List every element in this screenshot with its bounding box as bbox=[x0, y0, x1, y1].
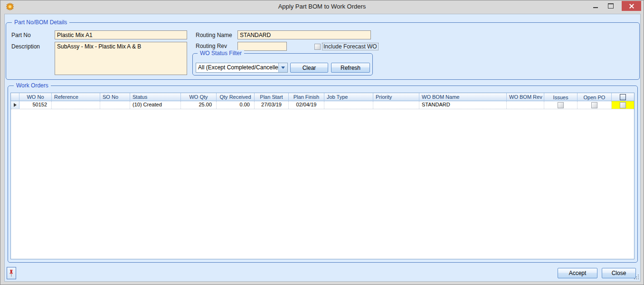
cell-wo-bom-rev bbox=[507, 101, 544, 109]
minimize-icon bbox=[593, 7, 598, 8]
open-po-checkbox[interactable] bbox=[591, 102, 597, 108]
cell-wo-qty: 25.00 bbox=[181, 101, 217, 109]
select-all-checkbox[interactable] bbox=[620, 94, 626, 100]
cell-wo-no: 50152 bbox=[19, 101, 52, 109]
description-label: Description bbox=[11, 43, 40, 50]
cell-job-type bbox=[324, 101, 373, 109]
include-forecast-control: Include Forecast WO bbox=[314, 43, 379, 50]
routing-name-label: Routing Name bbox=[196, 32, 232, 38]
dialog-content: Part No/BOM Details Part No Plastic Mix … bbox=[4, 14, 641, 282]
cell-issues bbox=[544, 101, 578, 109]
maximize-icon bbox=[608, 3, 614, 9]
col-header-so-no[interactable]: SO No bbox=[100, 93, 130, 101]
chevron-down-icon[interactable] bbox=[278, 63, 287, 72]
col-header-plan-start[interactable]: Plan Start bbox=[255, 93, 289, 101]
cell-qty-received: 0.00 bbox=[217, 101, 255, 109]
wo-status-filter-label: WO Status Filter bbox=[198, 50, 244, 57]
routing-name-input[interactable]: STANDARD bbox=[237, 30, 371, 39]
cell-wo-bom-name: STANDARD bbox=[419, 101, 507, 109]
wo-status-dropdown[interactable]: All (Except Completed/Cancelled) bbox=[196, 63, 288, 73]
window-title: Apply Part BOM to Work Orders bbox=[1, 0, 643, 13]
col-header-priority[interactable]: Priority bbox=[373, 93, 419, 101]
cell-select bbox=[612, 101, 634, 109]
wo-status-filter-group: WO Status Filter All (Except Completed/C… bbox=[192, 53, 373, 76]
close-dialog-button[interactable]: Close bbox=[602, 268, 636, 278]
grid-header-row: WO No Reference SO No Status WO Qty Qty … bbox=[11, 93, 634, 101]
cell-so-no bbox=[100, 101, 130, 109]
work-orders-group-label: Work Orders bbox=[14, 82, 51, 89]
cell-plan-finish: 02/04/19 bbox=[289, 101, 324, 109]
wo-status-dropdown-value: All (Except Completed/Cancelled) bbox=[198, 64, 283, 71]
title-bar: Apply Part BOM to Work Orders bbox=[1, 0, 643, 13]
table-row[interactable]: 50152 (10) Created 25.00 0.00 27/03/19 0… bbox=[11, 101, 634, 109]
accept-button[interactable]: Accept bbox=[558, 268, 597, 278]
col-header-job-type[interactable]: Job Type bbox=[324, 93, 373, 101]
row-indicator-header bbox=[11, 93, 19, 101]
pin-button[interactable] bbox=[7, 267, 16, 279]
col-header-issues[interactable]: Issues bbox=[544, 93, 578, 101]
dialog-window: Apply Part BOM to Work Orders Part No/BO… bbox=[0, 0, 644, 285]
maximize-button[interactable] bbox=[604, 1, 618, 11]
col-header-status[interactable]: Status bbox=[130, 93, 181, 101]
row-indicator-icon bbox=[14, 103, 17, 107]
col-header-select-all bbox=[612, 93, 634, 101]
pin-icon bbox=[9, 269, 14, 277]
col-header-wo-qty[interactable]: WO Qty bbox=[181, 93, 217, 101]
col-header-qty-received[interactable]: Qty Received bbox=[217, 93, 255, 101]
col-header-wo-no[interactable]: WO No bbox=[19, 93, 52, 101]
row-indicator-cell[interactable] bbox=[11, 101, 19, 109]
row-select-checkbox[interactable] bbox=[620, 102, 626, 108]
cell-plan-start: 27/03/19 bbox=[255, 101, 289, 109]
close-button[interactable] bbox=[622, 1, 641, 11]
resize-grip[interactable] bbox=[634, 274, 640, 280]
col-header-plan-finish[interactable]: Plan Finish bbox=[289, 93, 324, 101]
col-header-open-po[interactable]: Open PO bbox=[578, 93, 612, 101]
cell-status: (10) Created bbox=[130, 101, 181, 109]
work-orders-grid: WO No Reference SO No Status WO Qty Qty … bbox=[10, 93, 635, 259]
col-header-reference[interactable]: Reference bbox=[52, 93, 100, 101]
routing-rev-label: Routing Rev bbox=[196, 43, 227, 49]
part-no-label: Part No bbox=[11, 32, 31, 38]
col-header-wo-bom-name[interactable]: WO BOM Name bbox=[419, 93, 507, 101]
dropdown-arrow-icon bbox=[281, 66, 285, 69]
col-header-wo-bom-rev[interactable]: WO BOM Rev bbox=[507, 93, 544, 101]
include-forecast-checkbox[interactable] bbox=[314, 44, 321, 50]
routing-rev-input[interactable] bbox=[237, 42, 287, 51]
issues-checkbox[interactable] bbox=[558, 102, 564, 108]
cell-open-po bbox=[578, 101, 612, 109]
cell-priority bbox=[373, 101, 419, 109]
cell-reference bbox=[52, 101, 100, 109]
close-icon bbox=[629, 3, 635, 9]
part-no-input[interactable]: Plastic Mix A1 bbox=[55, 30, 187, 39]
minimize-button[interactable] bbox=[588, 1, 603, 11]
refresh-button[interactable]: Refresh bbox=[331, 63, 370, 73]
part-details-group-label: Part No/BOM Details bbox=[12, 19, 69, 26]
description-input[interactable]: SubAssy - Mix - Plastic Mix A & B bbox=[55, 42, 187, 75]
include-forecast-label[interactable]: Include Forecast WO bbox=[322, 43, 379, 50]
clear-button[interactable]: Clear bbox=[290, 63, 328, 73]
